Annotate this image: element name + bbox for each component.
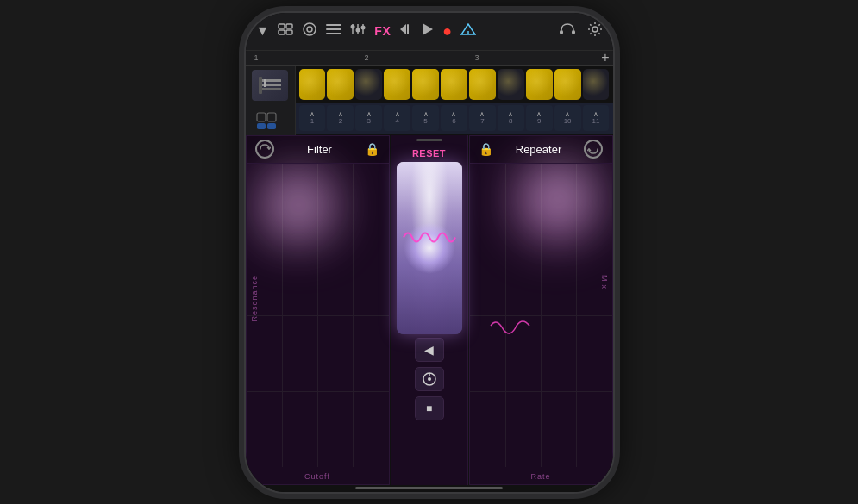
tracks-main: ∧ 1 ∧ 2 ∧ 3 ∧ 4 — [296, 66, 613, 135]
beat-pad-6[interactable] — [441, 69, 467, 100]
beat-num-11[interactable]: ∧ 11 — [583, 105, 610, 131]
beat-pad-2[interactable] — [327, 69, 354, 100]
svg-rect-28 — [257, 113, 266, 121]
reset-button[interactable]: RESET — [412, 145, 446, 162]
track-thumb-beatsequencer[interactable] — [252, 70, 288, 101]
loops-icon[interactable] — [302, 22, 317, 40]
beat-label-1: 1 — [310, 118, 314, 125]
fx-button[interactable]: FX — [374, 24, 391, 38]
rewind-ctrl-button[interactable]: ◀ — [415, 338, 444, 362]
tuner-icon[interactable] — [460, 22, 476, 40]
svg-rect-1 — [286, 24, 292, 28]
repeater-panel[interactable]: 🔒 Repeater — [469, 135, 613, 485]
grid-view-icon[interactable] — [278, 23, 293, 39]
vinyl-mode-button[interactable] — [415, 367, 444, 391]
svg-point-5 — [307, 27, 312, 32]
svg-rect-16 — [407, 24, 409, 34]
beatsequencer-icon — [252, 70, 288, 101]
beat-numbers-row: ∧ 1 ∧ 2 ∧ 3 ∧ 4 — [296, 103, 613, 134]
mixer-icon[interactable] — [350, 22, 366, 40]
beat-pad-11[interactable] — [583, 69, 610, 100]
svg-rect-6 — [326, 24, 341, 26]
stop-button[interactable]: ■ — [415, 396, 444, 420]
record-button[interactable]: ● — [442, 22, 452, 40]
svg-rect-2 — [279, 30, 285, 34]
filter-panel[interactable]: Filter 🔒 — [246, 135, 390, 485]
play-button[interactable] — [422, 22, 434, 40]
beat-pad-4[interactable] — [384, 69, 410, 100]
svg-rect-7 — [326, 28, 341, 30]
svg-point-14 — [361, 26, 366, 30]
filter-loop-icon[interactable] — [255, 140, 274, 159]
repeater-x-label: Rate — [470, 472, 612, 481]
beat-pad-10[interactable] — [554, 69, 581, 100]
beat-num-10[interactable]: ∧ 10 — [554, 105, 581, 131]
phone-screen: ▼ — [246, 13, 613, 492]
svg-rect-20 — [560, 30, 563, 34]
settings-icon[interactable] — [587, 22, 603, 40]
beat-num-7[interactable]: ∧ 7 — [469, 105, 496, 131]
tracks-icon[interactable] — [326, 23, 341, 39]
headphone-icon[interactable] — [560, 22, 575, 40]
scroll-bar-area — [246, 485, 613, 492]
beat-num-8[interactable]: ∧ 8 — [498, 105, 524, 131]
repeater-y-label: Mix — [600, 275, 609, 289]
filter-x-label: Cutoff — [247, 472, 389, 481]
add-track-button[interactable]: + — [601, 50, 609, 65]
filter-lock-icon[interactable]: 🔒 — [365, 142, 379, 156]
svg-rect-3 — [286, 30, 292, 34]
beat-pad-5[interactable] — [412, 69, 439, 100]
vinyl-record[interactable] — [397, 162, 462, 334]
fx-area: Filter 🔒 — [246, 135, 613, 492]
repeater-wave — [486, 313, 538, 342]
svg-marker-17 — [423, 23, 433, 35]
beat-num-3[interactable]: ∧ 3 — [355, 105, 382, 131]
svg-rect-26 — [259, 77, 262, 94]
beat-num-1[interactable]: ∧ 1 — [299, 105, 326, 131]
beat-num-9[interactable]: ∧ 9 — [526, 105, 553, 131]
beat-pad-8[interactable] — [498, 69, 524, 100]
svg-point-33 — [428, 377, 431, 381]
repeater-panel-header: 🔒 Repeater — [470, 136, 612, 164]
beat-num-2[interactable]: ∧ 2 — [327, 105, 354, 131]
timeline-bar: 1 2 3 // tick marks rendered via SVG + — [246, 51, 613, 66]
repeater-loop-icon[interactable] — [584, 140, 603, 159]
beat-num-4[interactable]: ∧ 4 — [384, 105, 410, 131]
svg-point-13 — [356, 28, 360, 33]
svg-rect-8 — [326, 33, 341, 34]
beat-pads-row — [296, 66, 613, 103]
toolbar-left: ▼ — [256, 22, 551, 40]
toolbar-right — [560, 22, 603, 40]
tracks-container: ∧ 1 ∧ 2 ∧ 3 ∧ 4 — [246, 66, 613, 135]
filter-y-label: Resonance — [250, 275, 259, 322]
svg-rect-27 — [264, 79, 266, 87]
svg-rect-21 — [572, 30, 575, 34]
svg-point-22 — [592, 27, 598, 32]
beat-pad-1[interactable] — [299, 69, 326, 100]
scroll-thumb[interactable] — [355, 487, 502, 489]
track-controls — [254, 104, 285, 135]
svg-rect-31 — [267, 123, 276, 129]
filter-panel-title: Filter — [307, 143, 332, 156]
svg-rect-0 — [279, 24, 285, 28]
drag-handle[interactable] — [416, 139, 442, 141]
svg-rect-29 — [267, 113, 276, 121]
svg-point-12 — [351, 25, 355, 29]
beat-pad-9[interactable] — [526, 69, 553, 100]
fx-panels: Filter 🔒 — [246, 135, 613, 485]
beat-num-6[interactable]: ∧ 6 — [441, 105, 467, 131]
beat-pad-7[interactable] — [469, 69, 496, 100]
repeater-panel-title: Repeater — [516, 143, 561, 156]
rewind-button[interactable] — [399, 23, 413, 39]
phone-frame: ▼ — [244, 11, 615, 494]
dropdown-icon[interactable]: ▼ — [256, 23, 270, 39]
center-turntable-panel: RESET — [391, 135, 468, 485]
center-controls: ◀ ■ — [415, 338, 444, 420]
track-sidebar — [246, 66, 296, 135]
vinyl-wave-display — [397, 224, 462, 254]
filter-panel-header: Filter 🔒 — [247, 136, 389, 164]
svg-marker-15 — [400, 24, 406, 34]
beat-pad-3[interactable] — [355, 69, 382, 100]
beat-num-5[interactable]: ∧ 5 — [412, 105, 439, 131]
repeater-lock-icon[interactable]: 🔒 — [479, 142, 493, 156]
